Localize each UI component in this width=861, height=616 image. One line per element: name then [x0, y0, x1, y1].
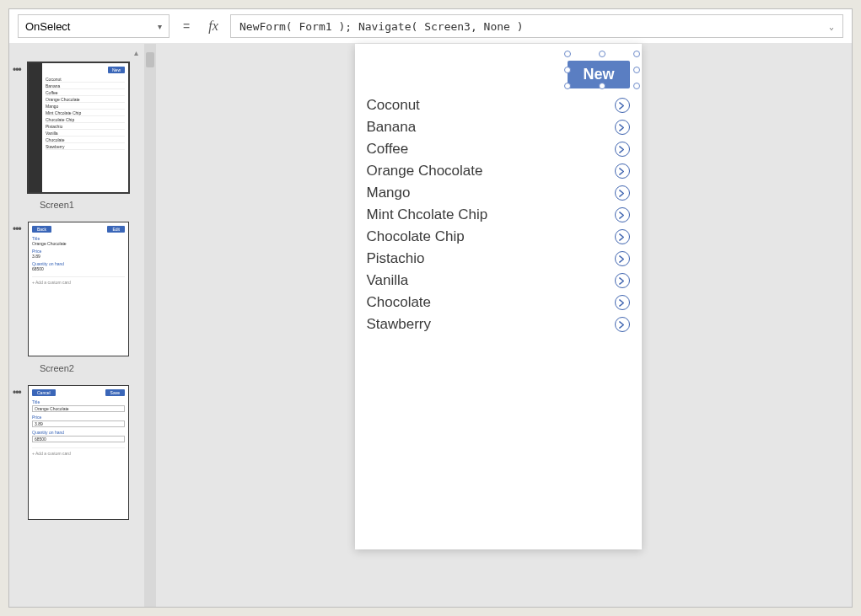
gallery[interactable]: CoconutBananaCoffeeOrange ChocolateMango… — [355, 94, 642, 335]
selection-handles[interactable] — [568, 54, 637, 86]
gallery-item-label: Chocolate — [367, 294, 432, 311]
arrow-right-icon[interactable] — [615, 185, 630, 201]
thumb1-row: Pistachio — [46, 123, 125, 130]
resize-handle-bm[interactable] — [599, 83, 605, 89]
thumbnail-menu-icon[interactable]: ••• — [13, 387, 21, 399]
chevron-down-icon: ▾ — [158, 22, 162, 31]
formula-expand-icon[interactable]: ⌄ — [829, 22, 834, 31]
gallery-row[interactable]: Vanilla — [367, 270, 630, 292]
gallery-row[interactable]: Chocolate Chip — [367, 226, 630, 248]
fx-icon: fx — [203, 19, 223, 34]
gallery-item-label: Stawberry — [367, 316, 432, 333]
scrollbar-track[interactable] — [144, 44, 156, 607]
arrow-right-icon[interactable] — [615, 142, 630, 157]
thumb1-new-button: New — [108, 67, 125, 73]
screen-thumbnail-1[interactable]: ••• New CoconutBananaCoffeeOrange Chocol… — [28, 62, 132, 193]
thumbnail-label-1: Screen1 — [40, 200, 144, 210]
thumb1-row: Coconut — [46, 76, 125, 83]
thumbnail-darkbar — [29, 63, 42, 192]
gallery-row[interactable]: Banana — [367, 116, 630, 138]
thumbnail-label-2: Screen2 — [40, 363, 144, 373]
thumb3-qty-input: 68500 — [32, 436, 125, 442]
thumbnail-menu-icon[interactable]: ••• — [13, 223, 21, 235]
property-dropdown-value: OnSelect — [25, 20, 70, 33]
arrow-right-icon[interactable] — [615, 251, 630, 266]
arrow-right-icon[interactable] — [615, 163, 630, 179]
phone-screen[interactable]: New CoconutBananaCoffeeOrange ChocolateM… — [355, 44, 642, 549]
thumb1-row: Banana — [46, 83, 125, 89]
thumb1-row: Vanilla — [46, 130, 125, 137]
gallery-item-label: Mint Chcolate Chip — [367, 206, 488, 223]
gallery-item-label: Orange Chocolate — [367, 163, 483, 179]
thumb3-title-input: Orange Chocolate — [32, 405, 125, 412]
thumbnail-menu-icon[interactable]: ••• — [13, 64, 21, 76]
thumb3-add-card: + Add a custom card — [32, 447, 125, 456]
thumb1-row: Mango — [46, 103, 125, 110]
thumb1-row: Coffee — [46, 89, 125, 96]
thumb1-row: Stawberry — [46, 143, 125, 150]
work-area: ▴ ••• New CoconutBananaCoffeeOrange Choc… — [9, 44, 852, 607]
gallery-row[interactable]: Mango — [367, 182, 630, 204]
property-dropdown[interactable]: OnSelect ▾ — [18, 14, 170, 38]
thumbnail-screen1[interactable]: New CoconutBananaCoffeeOrange ChocolateM… — [28, 62, 129, 193]
gallery-item-label: Banana — [367, 119, 417, 136]
thumbnail-screen3[interactable]: Cancel Save Title Orange Chocolate Price… — [28, 385, 129, 520]
thumb2-qty-value: 68500 — [32, 266, 125, 271]
gallery-item-label: Mango — [367, 185, 411, 201]
resize-handle-tm[interactable] — [599, 51, 605, 57]
arrow-right-icon[interactable] — [615, 273, 630, 288]
gallery-item-label: Coconut — [367, 97, 420, 114]
thumb3-price-input: 3.89 — [32, 420, 125, 427]
formula-input[interactable]: NewForm( Form1 ); Navigate( Screen3, Non… — [230, 14, 843, 38]
scrollbar-thumb[interactable] — [146, 52, 154, 67]
thumbnail-screen2[interactable]: Back Edit Title Orange Chocolate Price 3… — [28, 222, 129, 356]
screen-thumbnail-2[interactable]: ••• Back Edit Title Orange Chocolate Pri… — [28, 222, 132, 356]
thumb1-row: Chocolate — [46, 137, 125, 143]
thumb2-price-value: 3.89 — [32, 254, 125, 259]
screen-thumbnail-3[interactable]: ••• Cancel Save Title Orange Chocolate P… — [28, 385, 132, 520]
app-frame: OnSelect ▾ = fx NewForm( Form1 ); Naviga… — [8, 8, 853, 608]
arrow-right-icon[interactable] — [615, 98, 630, 113]
canvas: New CoconutBananaCoffeeOrange ChocolateM… — [144, 44, 852, 607]
equals-label: = — [176, 16, 196, 36]
resize-handle-tr[interactable] — [633, 51, 640, 57]
resize-handle-bl[interactable] — [564, 83, 571, 89]
thumb1-row: Orange Chocolate — [46, 96, 125, 103]
resize-handle-tl[interactable] — [564, 51, 571, 57]
gallery-row[interactable]: Coconut — [367, 94, 630, 116]
screens-panel: ▴ ••• New CoconutBananaCoffeeOrange Choc… — [9, 44, 144, 607]
gallery-item-label: Chocolate Chip — [367, 228, 465, 245]
gallery-row[interactable]: Orange Chocolate — [367, 160, 630, 182]
arrow-right-icon[interactable] — [615, 229, 630, 244]
gallery-row[interactable]: Coffee — [367, 138, 630, 160]
arrow-right-icon[interactable] — [615, 295, 630, 310]
formula-bar: OnSelect ▾ = fx NewForm( Form1 ); Naviga… — [9, 9, 852, 44]
resize-handle-ml[interactable] — [564, 67, 571, 73]
thumb1-row: Mint Chcolate Chip — [46, 110, 125, 116]
gallery-row[interactable]: Pistachio — [367, 248, 630, 270]
formula-text: NewForm( Form1 ); Navigate( Screen3, Non… — [239, 20, 524, 33]
scroll-up-icon[interactable]: ▴ — [131, 47, 141, 57]
thumb3-price-label: Price — [32, 415, 125, 420]
thumb2-add-card: + Add a custom card — [32, 276, 125, 285]
thumb2-back: Back — [32, 226, 51, 233]
gallery-row[interactable]: Chocolate — [367, 292, 630, 313]
gallery-row[interactable]: Mint Chcolate Chip — [367, 204, 630, 226]
thumb3-cancel: Cancel — [32, 389, 56, 396]
arrow-right-icon[interactable] — [615, 120, 630, 135]
arrow-right-icon[interactable] — [615, 207, 630, 222]
thumb2-title-value: Orange Chocolate — [32, 241, 125, 246]
gallery-row[interactable]: Stawberry — [367, 313, 630, 335]
resize-handle-br[interactable] — [633, 83, 640, 89]
gallery-item-label: Coffee — [367, 141, 409, 158]
gallery-item-label: Pistachio — [367, 250, 425, 267]
arrow-right-icon[interactable] — [615, 317, 630, 332]
thumb3-qty-label: Quantity on hand — [32, 430, 125, 435]
thumb3-save: Save — [105, 389, 125, 396]
thumb2-edit: Edit — [107, 226, 125, 233]
resize-handle-mr[interactable] — [633, 67, 640, 73]
gallery-item-label: Vanilla — [367, 272, 409, 289]
thumb3-title-label: Title — [32, 399, 125, 404]
thumb1-row: Chocolate Chip — [46, 116, 125, 123]
